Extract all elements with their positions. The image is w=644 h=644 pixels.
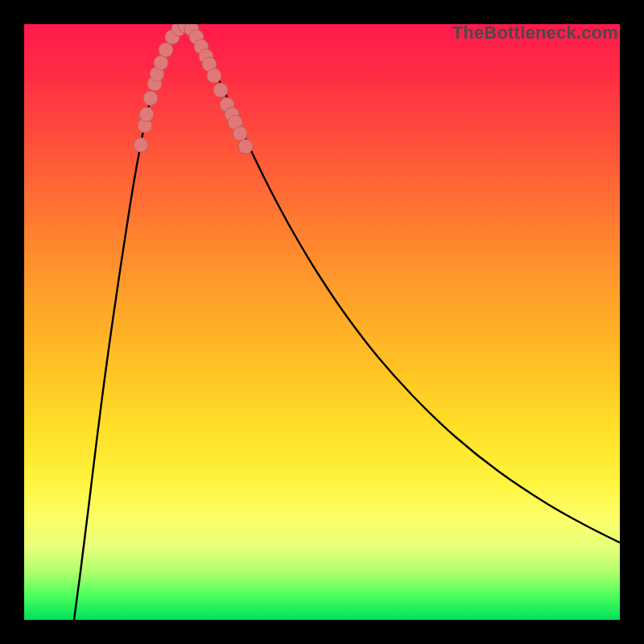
left-curve [74, 26, 184, 620]
plot-area [24, 24, 620, 620]
right-curve [184, 26, 620, 543]
data-dot [213, 83, 228, 97]
data-dot [154, 56, 168, 70]
data-dot [233, 126, 247, 141]
data-dot [159, 43, 173, 57]
chart-svg [24, 24, 620, 620]
data-dot [207, 68, 221, 83]
outer-frame: TheBottleneck.com [0, 0, 644, 644]
curve-layer [74, 26, 620, 620]
watermark-text: TheBottleneck.com [452, 23, 618, 43]
data-dot [143, 91, 158, 105]
data-dot [238, 139, 253, 154]
data-dot [139, 107, 154, 122]
dots-layer [134, 24, 253, 154]
data-dot [134, 138, 148, 152]
